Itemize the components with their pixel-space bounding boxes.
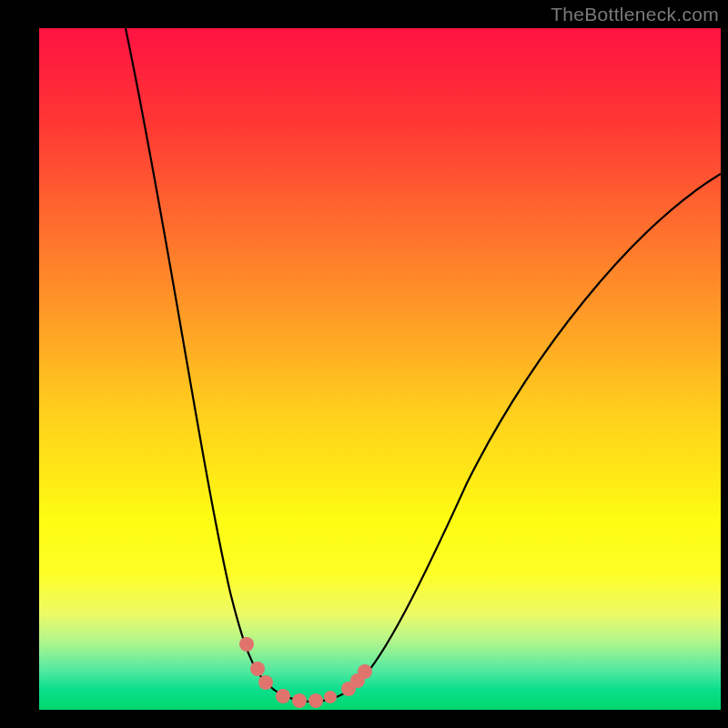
chart-stage: TheBottleneck.com xyxy=(0,0,728,728)
curve-markers xyxy=(239,637,372,708)
attribution-text: TheBottleneck.com xyxy=(551,4,719,25)
svg-point-3 xyxy=(276,689,290,703)
svg-point-0 xyxy=(239,637,254,652)
svg-point-1 xyxy=(250,662,265,676)
svg-point-6 xyxy=(324,691,337,703)
svg-point-9 xyxy=(358,664,372,679)
bottleneck-curve xyxy=(39,28,721,710)
svg-point-2 xyxy=(258,675,273,690)
svg-point-5 xyxy=(308,693,323,708)
gradient-plot-area xyxy=(39,28,721,710)
svg-point-4 xyxy=(292,693,307,708)
curve-path xyxy=(126,28,721,702)
